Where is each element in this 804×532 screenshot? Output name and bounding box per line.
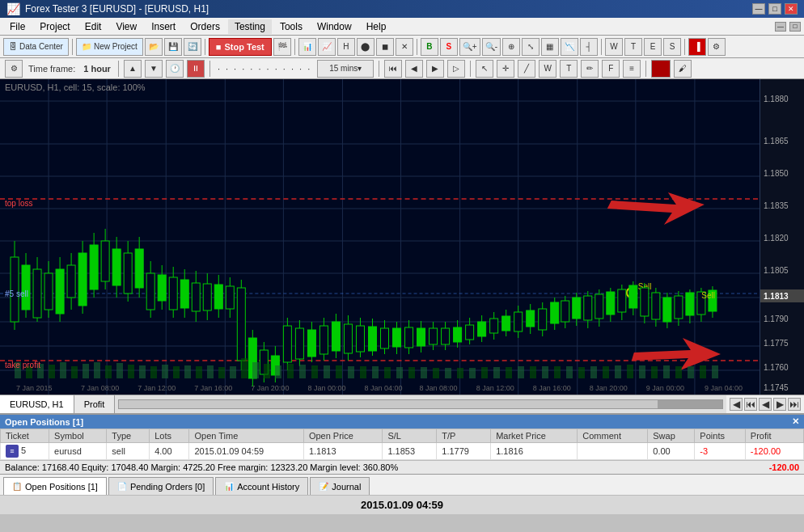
nav-prev-button[interactable]: ◀ bbox=[730, 398, 743, 411]
svg-rect-131 bbox=[466, 325, 474, 340]
nav-next-button[interactable]: ▶ bbox=[773, 398, 786, 411]
step-btn3[interactable]: ▶ bbox=[426, 60, 444, 78]
svg-rect-186 bbox=[105, 365, 112, 378]
col-points: Points bbox=[695, 429, 745, 443]
refresh-button[interactable]: 🔄 bbox=[184, 38, 201, 56]
svg-rect-187 bbox=[116, 363, 123, 378]
menu-view[interactable]: View bbox=[109, 19, 143, 34]
minimize-button[interactable]: — bbox=[752, 3, 765, 15]
color-tool-btn[interactable]: 🖌 bbox=[674, 60, 692, 78]
buy-button[interactable]: B bbox=[421, 38, 438, 56]
account-history-tab[interactable]: 📊 Account History bbox=[215, 477, 308, 495]
down-arrow-button[interactable]: ▼ bbox=[145, 60, 163, 78]
up-arrow-button[interactable]: ▲ bbox=[124, 60, 142, 78]
scrollbar-thumb[interactable] bbox=[658, 400, 722, 408]
chart-button4[interactable]: ⬤ bbox=[357, 38, 374, 56]
open-positions-tab[interactable]: 📋 Open Positions [1] bbox=[3, 477, 107, 495]
indicator-button[interactable]: W bbox=[605, 38, 623, 56]
open-button[interactable]: 📂 bbox=[145, 38, 163, 56]
draw-btn4[interactable]: ≡ bbox=[623, 60, 641, 78]
chart-button2[interactable]: 📈 bbox=[318, 38, 336, 56]
journal-tab[interactable]: 📝 Journal bbox=[310, 477, 370, 495]
eurusd-h1-tab[interactable]: EURUSD, H1 bbox=[0, 395, 74, 413]
svg-rect-123 bbox=[417, 328, 425, 346]
nav-prev2-button[interactable]: ◀ bbox=[759, 398, 772, 411]
menu-testing[interactable]: Testing bbox=[228, 19, 272, 34]
line-btn[interactable]: ╱ bbox=[518, 60, 535, 78]
zoom-fit-button[interactable]: ⤡ bbox=[522, 38, 540, 56]
dots-indicator: · · · · · · · · · · · · bbox=[215, 64, 314, 74]
script-button[interactable]: S bbox=[663, 38, 681, 56]
scrollbar-track[interactable] bbox=[118, 399, 723, 409]
chart-container[interactable]: EURUSD, H1, cell: 15, scale: 100% top lo… bbox=[0, 79, 804, 395]
stop-test-button[interactable]: ■ Stop Test bbox=[209, 38, 272, 56]
draw-btn1[interactable]: T bbox=[560, 60, 578, 78]
line-chart-button[interactable]: 📉 bbox=[561, 38, 578, 56]
draw-btn2[interactable]: ✏ bbox=[581, 60, 599, 78]
positions-close-button[interactable]: ✕ bbox=[792, 416, 799, 427]
draw-btn3[interactable]: F bbox=[602, 60, 620, 78]
chart-button3[interactable]: H bbox=[337, 38, 355, 56]
svg-text:7 Jan 20:00: 7 Jan 20:00 bbox=[251, 384, 289, 392]
maximize-button[interactable]: □ bbox=[768, 3, 781, 15]
svg-rect-222 bbox=[530, 366, 536, 378]
cursor-btn[interactable]: ↖ bbox=[476, 60, 493, 78]
inner-minimize-button[interactable]: — bbox=[775, 22, 786, 32]
toolbar-separator-5 bbox=[601, 39, 602, 55]
period-dropdown[interactable]: 15 mins▾ bbox=[317, 60, 374, 78]
chart-button1[interactable]: 📊 bbox=[298, 38, 316, 56]
nav-first-button[interactable]: ⏮ bbox=[744, 398, 757, 411]
profit-tab[interactable]: Profit bbox=[74, 395, 116, 413]
flag-button[interactable]: 🏁 bbox=[273, 38, 291, 56]
menu-file[interactable]: File bbox=[3, 19, 32, 34]
open-positions-icon: 📋 bbox=[12, 482, 22, 491]
data-center-button[interactable]: 🗄 Data Center bbox=[3, 38, 69, 56]
close-button[interactable]: ✕ bbox=[785, 3, 798, 15]
menu-orders[interactable]: Orders bbox=[184, 19, 226, 34]
menu-tools[interactable]: Tools bbox=[273, 19, 309, 34]
volume-bars bbox=[0, 346, 760, 378]
menu-help[interactable]: Help bbox=[360, 19, 393, 34]
svg-rect-67 bbox=[90, 245, 98, 289]
pause-button[interactable]: ⏸ bbox=[187, 60, 205, 78]
chart-button6[interactable]: ✕ bbox=[396, 38, 413, 56]
save-button[interactable]: 💾 bbox=[164, 38, 182, 56]
menu-edit[interactable]: Edit bbox=[78, 19, 108, 34]
inner-restore-button[interactable]: □ bbox=[789, 22, 801, 32]
svg-text:8 Jan 00:00: 8 Jan 00:00 bbox=[307, 384, 345, 392]
chart-button5[interactable]: ◼ bbox=[376, 38, 394, 56]
toolbar-separator-3 bbox=[294, 39, 295, 55]
step-btn4[interactable]: ▷ bbox=[447, 60, 465, 78]
svg-rect-192 bbox=[173, 366, 180, 378]
crosshair-btn[interactable]: ✛ bbox=[497, 60, 514, 78]
color-button[interactable]: ▐ bbox=[688, 38, 706, 56]
tool-button[interactable]: ⚙ bbox=[708, 38, 726, 56]
clock-button[interactable]: 🕐 bbox=[166, 60, 184, 78]
new-project-button[interactable]: 📁 New Project bbox=[76, 38, 143, 56]
zoom-reset-button[interactable]: ⊕ bbox=[502, 38, 520, 56]
zoom-in-button[interactable]: 🔍+ bbox=[459, 38, 480, 56]
template-button[interactable]: T bbox=[624, 38, 642, 56]
color-select-btn[interactable] bbox=[651, 60, 671, 78]
text-btn[interactable]: W bbox=[539, 60, 556, 78]
step-btn1[interactable]: ⏮ bbox=[384, 60, 402, 78]
svg-rect-208 bbox=[360, 366, 366, 378]
zoom-out-button[interactable]: 🔍- bbox=[482, 38, 501, 56]
pending-orders-tab[interactable]: 📄 Pending Orders [0] bbox=[108, 477, 214, 495]
menu-window[interactable]: Window bbox=[311, 19, 358, 34]
svg-rect-145 bbox=[551, 302, 559, 323]
svg-rect-227 bbox=[590, 366, 597, 378]
svg-rect-223 bbox=[542, 366, 548, 378]
nav-last-button[interactable]: ⏭ bbox=[788, 398, 801, 411]
candle-chart-button[interactable]: ┤ bbox=[580, 38, 598, 56]
sell-button[interactable]: S bbox=[440, 38, 458, 56]
bar-chart-button[interactable]: ▦ bbox=[541, 38, 559, 56]
title-bar-controls[interactable]: — □ ✕ bbox=[752, 3, 798, 15]
expert-button[interactable]: E bbox=[644, 38, 662, 56]
timeframe-settings-button[interactable]: ⚙ bbox=[5, 60, 23, 78]
step-btn2[interactable]: ◀ bbox=[405, 60, 423, 78]
cell-type: sell bbox=[107, 443, 150, 460]
menu-project[interactable]: Project bbox=[33, 19, 76, 34]
menu-insert[interactable]: Insert bbox=[145, 19, 182, 34]
chart-scrollbar[interactable] bbox=[115, 395, 726, 413]
